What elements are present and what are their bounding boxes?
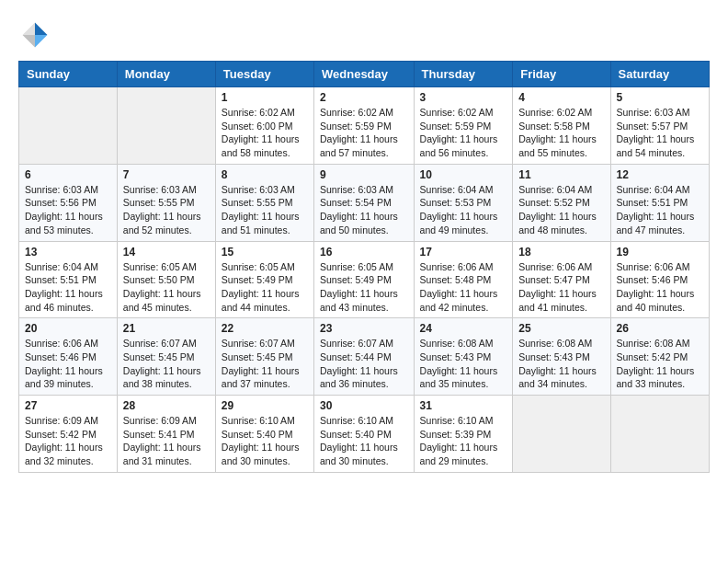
- sunset-text: Sunset: 5:50 PM: [123, 273, 210, 287]
- sunset-text: Sunset: 5:45 PM: [123, 350, 210, 364]
- sunrise-text: Sunrise: 6:04 AM: [25, 260, 111, 274]
- daylight-text: Daylight: 11 hours and 51 minutes.: [222, 210, 308, 236]
- weekday-header-tuesday: Tuesday: [215, 62, 313, 87]
- calendar-cell: 16Sunrise: 6:05 AMSunset: 5:49 PMDayligh…: [314, 241, 415, 318]
- calendar-cell: 15Sunrise: 6:05 AMSunset: 5:49 PMDayligh…: [215, 241, 313, 318]
- cell-content: Sunrise: 6:09 AMSunset: 5:41 PMDaylight:…: [123, 414, 210, 468]
- sunset-text: Sunset: 5:49 PM: [320, 273, 408, 287]
- calendar-cell: 9Sunrise: 6:03 AMSunset: 5:54 PMDaylight…: [314, 164, 415, 241]
- sunset-text: Sunset: 5:56 PM: [25, 196, 111, 210]
- day-number: 4: [518, 91, 604, 104]
- calendar-cell: 22Sunrise: 6:07 AMSunset: 5:45 PMDayligh…: [215, 318, 313, 396]
- sunrise-text: Sunrise: 6:10 AM: [320, 414, 408, 428]
- calendar-cell: 2Sunrise: 6:02 AMSunset: 5:59 PMDaylight…: [314, 87, 415, 165]
- daylight-text: Daylight: 11 hours and 49 minutes.: [420, 210, 507, 236]
- calendar-cell: 24Sunrise: 6:08 AMSunset: 5:43 PMDayligh…: [414, 318, 513, 396]
- cell-content: Sunrise: 6:08 AMSunset: 5:43 PMDaylight:…: [518, 337, 604, 391]
- sunrise-text: Sunrise: 6:03 AM: [222, 183, 308, 197]
- sunset-text: Sunset: 5:51 PM: [617, 196, 703, 210]
- daylight-text: Daylight: 11 hours and 40 minutes.: [617, 287, 703, 314]
- sunset-text: Sunset: 5:53 PM: [420, 196, 507, 210]
- sunrise-text: Sunrise: 6:08 AM: [420, 337, 507, 350]
- cell-content: Sunrise: 6:04 AMSunset: 5:53 PMDaylight:…: [420, 183, 507, 237]
- sunset-text: Sunset: 5:48 PM: [420, 273, 507, 287]
- cell-content: Sunrise: 6:07 AMSunset: 5:45 PMDaylight:…: [123, 337, 210, 391]
- daylight-text: Daylight: 11 hours and 54 minutes.: [617, 132, 703, 159]
- day-number: 6: [25, 168, 111, 181]
- cell-content: Sunrise: 6:05 AMSunset: 5:49 PMDaylight:…: [222, 260, 308, 315]
- cell-content: Sunrise: 6:06 AMSunset: 5:46 PMDaylight:…: [617, 260, 703, 315]
- cell-content: Sunrise: 6:04 AMSunset: 5:52 PMDaylight:…: [518, 183, 604, 237]
- cell-content: Sunrise: 6:04 AMSunset: 5:51 PMDaylight:…: [25, 260, 111, 315]
- day-number: 11: [518, 168, 604, 181]
- sunset-text: Sunset: 5:43 PM: [518, 350, 604, 364]
- day-number: 8: [222, 168, 308, 181]
- daylight-text: Daylight: 11 hours and 31 minutes.: [123, 441, 210, 467]
- calendar-cell: 4Sunrise: 6:02 AMSunset: 5:58 PMDaylight…: [513, 87, 610, 165]
- cell-content: Sunrise: 6:03 AMSunset: 5:57 PMDaylight:…: [617, 106, 703, 160]
- sunrise-text: Sunrise: 6:06 AM: [25, 337, 111, 350]
- sunset-text: Sunset: 5:49 PM: [222, 273, 308, 287]
- calendar-cell: 28Sunrise: 6:09 AMSunset: 5:41 PMDayligh…: [117, 396, 215, 473]
- day-number: 21: [123, 322, 210, 335]
- sunrise-text: Sunrise: 6:06 AM: [518, 260, 604, 274]
- svg-marker-3: [23, 35, 36, 48]
- daylight-text: Daylight: 11 hours and 41 minutes.: [518, 287, 604, 314]
- day-number: 14: [123, 246, 210, 259]
- cell-content: Sunrise: 6:03 AMSunset: 5:54 PMDaylight:…: [320, 183, 408, 237]
- sunrise-text: Sunrise: 6:04 AM: [617, 183, 703, 197]
- sunrise-text: Sunrise: 6:03 AM: [617, 106, 703, 120]
- day-number: 20: [25, 322, 111, 335]
- weekday-header-monday: Monday: [117, 62, 215, 87]
- sunrise-text: Sunrise: 6:05 AM: [123, 260, 210, 274]
- cell-content: Sunrise: 6:03 AMSunset: 5:55 PMDaylight:…: [222, 183, 308, 237]
- day-number: 28: [123, 399, 210, 412]
- sunset-text: Sunset: 5:47 PM: [518, 273, 604, 287]
- cell-content: Sunrise: 6:03 AMSunset: 5:56 PMDaylight:…: [25, 183, 111, 237]
- day-number: 5: [617, 91, 703, 104]
- calendar-cell: 17Sunrise: 6:06 AMSunset: 5:48 PMDayligh…: [414, 241, 513, 318]
- calendar-cell: [19, 87, 118, 165]
- weekday-header-wednesday: Wednesday: [314, 62, 415, 87]
- cell-content: Sunrise: 6:08 AMSunset: 5:43 PMDaylight:…: [420, 337, 507, 391]
- calendar-cell: 8Sunrise: 6:03 AMSunset: 5:55 PMDaylight…: [215, 164, 313, 241]
- day-number: 16: [320, 246, 408, 259]
- sunrise-text: Sunrise: 6:04 AM: [518, 183, 604, 197]
- calendar-cell: 5Sunrise: 6:03 AMSunset: 5:57 PMDaylight…: [610, 87, 709, 165]
- sunrise-text: Sunrise: 6:02 AM: [518, 106, 604, 120]
- svg-marker-2: [23, 23, 36, 36]
- daylight-text: Daylight: 11 hours and 30 minutes.: [320, 441, 408, 467]
- sunset-text: Sunset: 5:42 PM: [617, 350, 703, 364]
- calendar-cell: 31Sunrise: 6:10 AMSunset: 5:39 PMDayligh…: [414, 396, 513, 473]
- calendar-cell: 20Sunrise: 6:06 AMSunset: 5:46 PMDayligh…: [19, 318, 118, 396]
- day-number: 9: [320, 168, 408, 181]
- daylight-text: Daylight: 11 hours and 55 minutes.: [518, 132, 604, 159]
- calendar-table: SundayMondayTuesdayWednesdayThursdayFrid…: [18, 61, 710, 473]
- page-header: [18, 18, 710, 52]
- sunset-text: Sunset: 5:59 PM: [320, 120, 408, 133]
- daylight-text: Daylight: 11 hours and 58 minutes.: [222, 132, 308, 159]
- day-number: 27: [25, 399, 111, 412]
- sunrise-text: Sunrise: 6:10 AM: [222, 414, 308, 428]
- sunset-text: Sunset: 5:44 PM: [320, 350, 408, 364]
- day-number: 26: [617, 322, 703, 335]
- calendar-cell: 12Sunrise: 6:04 AMSunset: 5:51 PMDayligh…: [610, 164, 709, 241]
- sunrise-text: Sunrise: 6:07 AM: [123, 337, 210, 350]
- calendar-cell: 26Sunrise: 6:08 AMSunset: 5:42 PMDayligh…: [610, 318, 709, 396]
- sunset-text: Sunset: 5:51 PM: [25, 273, 111, 287]
- daylight-text: Daylight: 11 hours and 44 minutes.: [222, 287, 308, 314]
- sunset-text: Sunset: 5:55 PM: [123, 196, 210, 210]
- sunset-text: Sunset: 5:46 PM: [25, 350, 111, 364]
- daylight-text: Daylight: 11 hours and 36 minutes.: [320, 364, 408, 391]
- logo-icon: [18, 18, 51, 52]
- week-row-1: 1Sunrise: 6:02 AMSunset: 6:00 PMDaylight…: [19, 87, 710, 165]
- day-number: 24: [420, 322, 507, 335]
- sunrise-text: Sunrise: 6:08 AM: [617, 337, 703, 350]
- calendar-cell: 29Sunrise: 6:10 AMSunset: 5:40 PMDayligh…: [215, 396, 313, 473]
- cell-content: Sunrise: 6:06 AMSunset: 5:47 PMDaylight:…: [518, 260, 604, 315]
- sunset-text: Sunset: 5:57 PM: [617, 120, 703, 133]
- day-number: 2: [320, 91, 408, 104]
- calendar-cell: 10Sunrise: 6:04 AMSunset: 5:53 PMDayligh…: [414, 164, 513, 241]
- cell-content: Sunrise: 6:02 AMSunset: 6:00 PMDaylight:…: [222, 106, 308, 160]
- daylight-text: Daylight: 11 hours and 38 minutes.: [123, 364, 210, 391]
